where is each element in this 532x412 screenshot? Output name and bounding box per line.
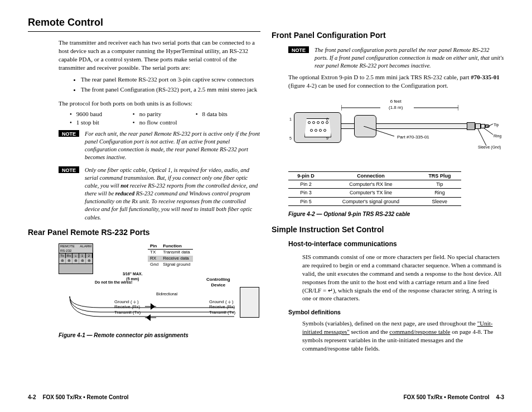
proto-item: 9600 baud	[70, 110, 133, 118]
figure-caption: Figure 4-1 — Remote connector pin assign…	[59, 332, 260, 339]
proto-item: no flow control	[133, 118, 196, 127]
note-badge: NOTE	[59, 130, 79, 137]
figure-caption: Figure 4-2 — Optional 9-pin TRS RS-232 c…	[288, 210, 504, 218]
wire-icon	[67, 274, 245, 322]
svg-line-6	[478, 129, 486, 146]
title-rule	[28, 31, 260, 32]
connector-block-icon: REMOTE RS-232ALARM Tx Rx ⏚ 1 2 ⊕⊕⊕⊕⊕	[59, 243, 93, 274]
rear-panel-heading: Rear Panel Remote RS-232 Ports	[28, 227, 260, 238]
front-panel-heading: Front Panel Configuration Port	[272, 30, 504, 41]
sis-paragraph: SIS commands consist of one or more char…	[302, 253, 504, 303]
table-header: TRS Plug	[418, 172, 461, 180]
symbol-def-heading: Symbol definitions	[288, 308, 504, 316]
page-footer: 4-2 FOX 500 Tx/Rx • Remote Control	[28, 390, 260, 401]
svg-line-4	[487, 124, 493, 127]
page-title: Remote Control	[28, 16, 260, 29]
proto-item: 1 stop bit	[70, 118, 133, 127]
protocol-list: 9600 baud no parity 8 data bits 1 stop b…	[70, 110, 260, 127]
pin-label: 9	[326, 136, 328, 141]
note-badge: NOTE	[288, 46, 309, 53]
left-page: Remote Control The transmitter and recei…	[22, 16, 266, 401]
note-block: NOTE The front panel configuration ports…	[288, 46, 504, 70]
note-body: For each unit, the rear panel Remote RS-…	[85, 130, 260, 162]
list-item: The rear panel Remote RS-232 port on 3-p…	[81, 75, 260, 84]
svg-line-7	[364, 126, 394, 136]
table-row: Pin 2Computer's RX lineTip	[288, 180, 461, 189]
symbol-paragraph: Symbols (variables), defined on the next…	[302, 319, 504, 352]
pin-label: 6	[326, 117, 328, 122]
list-item: The front panel Configuration (RS-232) p…	[81, 85, 260, 94]
pin-label: 1	[289, 117, 292, 122]
page-number: 4-2	[28, 394, 36, 401]
note-badge: NOTE	[59, 166, 79, 173]
right-page: Front Panel Configuration Port NOTE The …	[266, 16, 510, 401]
figure-4-1: REMOTE RS-232ALARM Tx Rx ⏚ 1 2 ⊕⊕⊕⊕⊕ Pin…	[59, 243, 260, 327]
dimension-line-icon	[341, 102, 458, 113]
note-block: NOTE For each unit, the rear panel Remot…	[59, 130, 260, 162]
footer-title: FOX 500 Tx/Rx • Remote Control	[42, 394, 128, 401]
host-comm-heading: Host-to-interface communications	[288, 239, 504, 248]
proto-item: no parity	[133, 110, 196, 118]
table-row: Pin 3Computer's TX lineRing	[288, 189, 461, 197]
proto-item: 8 data bits	[196, 110, 259, 118]
intro-paragraph: The transmitter and receiver each has tw…	[59, 39, 260, 71]
protocol-intro: The protocol for both ports on both unit…	[59, 99, 260, 108]
port-list: The rear panel Remote RS-232 port on 3-p…	[81, 75, 260, 95]
page-number: 4-3	[496, 394, 504, 401]
footer-title: FOX 500 Tx/Rx • Remote Control	[403, 394, 489, 401]
table-header: Connection	[323, 172, 418, 180]
pin-function-table: PinFunction TXTransmit data RXReceive da…	[148, 243, 193, 268]
svg-line-5	[483, 128, 493, 135]
callout-lines-icon	[475, 122, 497, 150]
note-block: NOTE Only one fiber optic cable, Optical…	[59, 166, 260, 222]
part-callout-icon	[364, 126, 397, 140]
note-body: Only one fiber optic cable, Optical 1, i…	[85, 166, 260, 222]
pin-label: 5	[289, 136, 292, 141]
cable-paragraph: The optional Extron 9-pin D to 2.5 mm mi…	[288, 73, 504, 90]
table-row: Pin 5Computer's signal groundSleeve	[288, 197, 461, 205]
note-body: The front panel configuration ports para…	[315, 46, 504, 70]
connection-table: 9-pin D Connection TRS Plug Pin 2Compute…	[288, 171, 461, 206]
part-number-label: Part #70-335-01	[397, 135, 429, 141]
table-header: 9-pin D	[288, 172, 323, 180]
sis-heading: Simple Instruction Set Control	[272, 224, 504, 235]
dsub-connector-icon	[294, 112, 341, 143]
page-footer: FOX 500 Tx/Rx • Remote Control 4-3	[272, 390, 504, 401]
figure-4-2: 6 feet(1.8 m) 1 5 6 9 Part #70-335-01 Ti…	[288, 95, 504, 168]
